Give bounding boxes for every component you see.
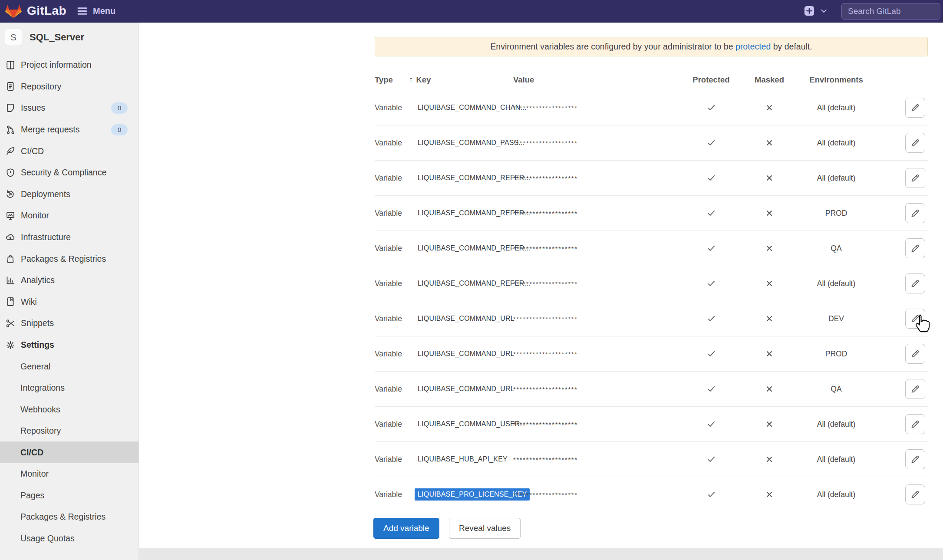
edit-variable-button[interactable] — [905, 238, 925, 258]
sidebar-item-label: Analytics — [21, 275, 55, 285]
variable-environment: All (default) — [801, 138, 871, 148]
table-row: Variable LIQUIBASE_PRO_LICENSE_KEY *****… — [375, 477, 928, 512]
sidebar-item-packages-registries[interactable]: Packages & Registries — [0, 248, 138, 270]
edit-variable-button[interactable] — [905, 273, 925, 293]
variable-key: LIQUIBASE_COMMAND_CHAN... — [418, 104, 526, 112]
subitem-usage-quotas[interactable]: Usage Quotas — [0, 527, 138, 549]
variable-key: LIQUIBASE_COMMAND_URL — [418, 315, 514, 323]
brand-title[interactable]: GitLab — [27, 4, 66, 18]
sidebar-item-label: Settings — [21, 340, 54, 350]
sidebar-item-label: Deployments — [21, 189, 70, 199]
masked-x-icon — [743, 314, 795, 323]
masked-x-icon — [743, 279, 795, 288]
protected-check-icon — [685, 384, 737, 394]
sidebar-item-snippets[interactable]: Snippets — [0, 313, 138, 334]
menu-button[interactable]: Menu — [76, 5, 115, 17]
subitem-packages-registries[interactable]: Packages & Registries — [0, 506, 138, 528]
menu-label: Menu — [93, 6, 115, 16]
new-item-dropdown[interactable] — [803, 5, 828, 17]
protected-check-icon — [685, 490, 737, 500]
pencil-icon — [910, 489, 920, 500]
edit-variable-button[interactable] — [905, 449, 925, 469]
search-input[interactable] — [841, 3, 940, 20]
masked-x-icon — [743, 490, 795, 499]
edit-variable-button[interactable] — [905, 484, 925, 504]
sidebar-item-monitor[interactable]: Monitor — [0, 205, 138, 227]
column-header-key-sort[interactable]: ↑ Key — [409, 75, 431, 85]
sort-ascending-icon: ↑ — [409, 75, 413, 85]
variable-key: LIQUIBASE_HUB_API_KEY — [418, 455, 508, 463]
project-header[interactable]: S SQL_Server — [5, 29, 84, 46]
masked-x-icon — [743, 103, 795, 112]
subitem-monitor[interactable]: Monitor — [0, 463, 138, 485]
sidebar-item-merge-requests[interactable]: Merge requests 0 — [0, 119, 138, 141]
variable-type: Variable — [375, 103, 402, 112]
sidebar-item-label: CI/CD — [21, 146, 44, 156]
column-header-masked: Masked — [743, 75, 795, 85]
sidebar-item-deployments[interactable]: Deployments — [0, 184, 138, 205]
sidebar-item-label: Project information — [21, 60, 92, 70]
sidebar-item-wiki[interactable]: Wiki — [0, 291, 138, 313]
sidebar-item-repository[interactable]: Repository — [0, 76, 138, 98]
masked-x-icon — [743, 138, 795, 147]
edit-variable-button[interactable] — [905, 203, 925, 223]
banner-text-before: Environment variables are configured by … — [490, 42, 735, 52]
edit-variable-button[interactable] — [905, 168, 925, 188]
pencil-icon — [910, 102, 920, 113]
variable-type: Variable — [375, 244, 402, 253]
sidebar-item-project-information[interactable]: Project information — [0, 54, 138, 76]
variable-value-masked: ******************** — [513, 385, 578, 393]
subitem-integrations[interactable]: Integrations — [0, 377, 138, 399]
sidebar-item-settings[interactable]: Settings — [0, 334, 138, 356]
masked-x-icon — [743, 244, 795, 253]
sidebar-item-label: Snippets — [21, 318, 54, 328]
column-header-protected: Protected — [685, 75, 737, 85]
variable-type: Variable — [375, 209, 402, 218]
reveal-values-button[interactable]: Reveal values — [449, 518, 521, 539]
protected-link[interactable]: protected — [735, 42, 771, 52]
edit-variable-button[interactable] — [905, 309, 925, 329]
protected-check-icon — [685, 244, 737, 254]
sidebar-item-issues[interactable]: Issues 0 — [0, 97, 138, 119]
masked-x-icon — [743, 349, 795, 358]
variable-value-masked: ******************** — [513, 210, 578, 217]
variable-environment: QA — [801, 385, 871, 394]
subitem-pages[interactable]: Pages — [0, 484, 138, 506]
pencil-icon — [910, 138, 920, 148]
edit-variable-button[interactable] — [905, 98, 925, 118]
subitem-cicd-active[interactable]: CI/CD — [0, 441, 138, 463]
bottom-strip — [139, 548, 943, 560]
add-variable-button[interactable]: Add variable — [373, 518, 439, 539]
column-header-key: Key — [416, 75, 431, 85]
protected-check-icon — [685, 349, 737, 359]
variable-type: Variable — [375, 138, 402, 148]
table-row: Variable LIQUIBASE_COMMAND_USER... *****… — [375, 407, 928, 442]
sidebar-item-infrastructure[interactable]: Infrastructure — [0, 227, 138, 248]
subitem-webhooks[interactable]: Webhooks — [0, 399, 138, 420]
gitlab-logo-icon[interactable] — [5, 3, 22, 19]
variable-key: LIQUIBASE_COMMAND_PASS... — [418, 139, 525, 147]
sidebar-item-label: Merge requests — [21, 125, 79, 135]
variable-environment: PROD — [801, 349, 871, 359]
variable-environment: All (default) — [801, 279, 871, 288]
edit-variable-button[interactable] — [905, 344, 925, 364]
protected-check-icon — [685, 173, 737, 183]
deploy-icon — [5, 189, 16, 199]
edit-variable-button[interactable] — [905, 133, 925, 153]
sidebar-item-security-compliance[interactable]: Security & Compliance — [0, 162, 138, 184]
banner-text-after: by default. — [771, 42, 812, 52]
variable-environment: All (default) — [801, 103, 871, 112]
edit-variable-button[interactable] — [905, 414, 925, 434]
gear-icon — [5, 340, 16, 350]
project-avatar: S — [5, 29, 22, 46]
sidebar-item-analytics[interactable]: Analytics — [0, 270, 138, 291]
variable-type: Variable — [375, 385, 402, 394]
project-sidebar: S SQL_Server Project information Reposit… — [0, 23, 139, 560]
subitem-repository[interactable]: Repository — [0, 420, 138, 442]
variable-environment: QA — [801, 244, 871, 253]
sidebar-item-cicd[interactable]: CI/CD — [0, 140, 138, 162]
sidebar-item-label: Wiki — [21, 297, 37, 307]
monitor-icon — [5, 211, 16, 221]
edit-variable-button[interactable] — [905, 379, 925, 399]
subitem-general[interactable]: General — [0, 356, 138, 377]
